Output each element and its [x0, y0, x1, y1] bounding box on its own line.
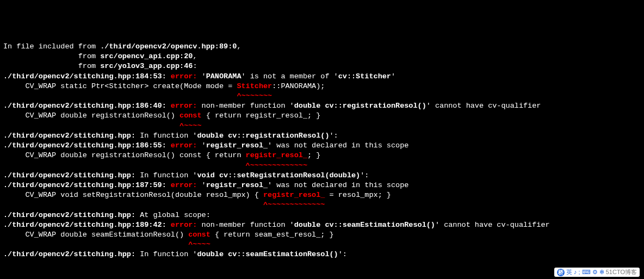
context-line: ./third/opencv2/stitching.hpp: In functi… — [3, 171, 641, 181]
include-line: from src/yolov3_app.cpp:46: — [3, 61, 641, 71]
watermark-icon: 桥 — [557, 269, 565, 276]
include-line: In file included from ./third/opencv2/op… — [3, 42, 641, 52]
code-line: CV_WRAP double registrationResol() const… — [3, 111, 641, 121]
caret-line: ^~~~~ — [3, 240, 641, 250]
error-line: ./third/opencv2/stitching.hpp:186:55: er… — [3, 141, 641, 151]
error-line: ./third/opencv2/stitching.hpp:186:40: er… — [3, 101, 641, 111]
watermark-text: 51CTO博客 — [606, 269, 637, 275]
terminal-output: In file included from ./third/opencv2/op… — [3, 42, 641, 260]
code-line: CV_WRAP double seamEstimationResol() con… — [3, 230, 641, 240]
include-line: from src/opencv_api.cpp:20, — [3, 52, 641, 61]
code-line: CV_WRAP void setRegistrationResol(double… — [3, 190, 641, 200]
error-line: ./third/opencv2/stitching.hpp:189:42: er… — [3, 220, 641, 230]
caret-line: ^~~~~~~~ — [3, 91, 641, 101]
error-line: ./third/opencv2/stitching.hpp:187:59: er… — [3, 181, 641, 190]
context-line: ./third/opencv2/stitching.hpp: In functi… — [3, 250, 641, 259]
error-line: ./third/opencv2/stitching.hpp:184:53: er… — [3, 72, 641, 82]
code-line: CV_WRAP static Ptr<Stitcher> create(Mode… — [3, 82, 641, 91]
caret-line: ^~~~~~~~~~~~~~ — [3, 161, 641, 171]
context-line: ./third/opencv2/stitching.hpp: At global… — [3, 210, 641, 220]
caret-line: ^~~~~ — [3, 121, 641, 131]
code-line: CV_WRAP double registrationResol() const… — [3, 151, 641, 160]
caret-line: ^~~~~~~~~~~~~~ — [3, 200, 641, 210]
watermark-extra: 英 ♪ ; ⌨ ⚙ ✻ — [566, 269, 604, 275]
watermark: 桥英 ♪ ; ⌨ ⚙ ✻ 51CTO博客 — [554, 268, 640, 277]
context-line: ./third/opencv2/stitching.hpp: In functi… — [3, 131, 641, 141]
